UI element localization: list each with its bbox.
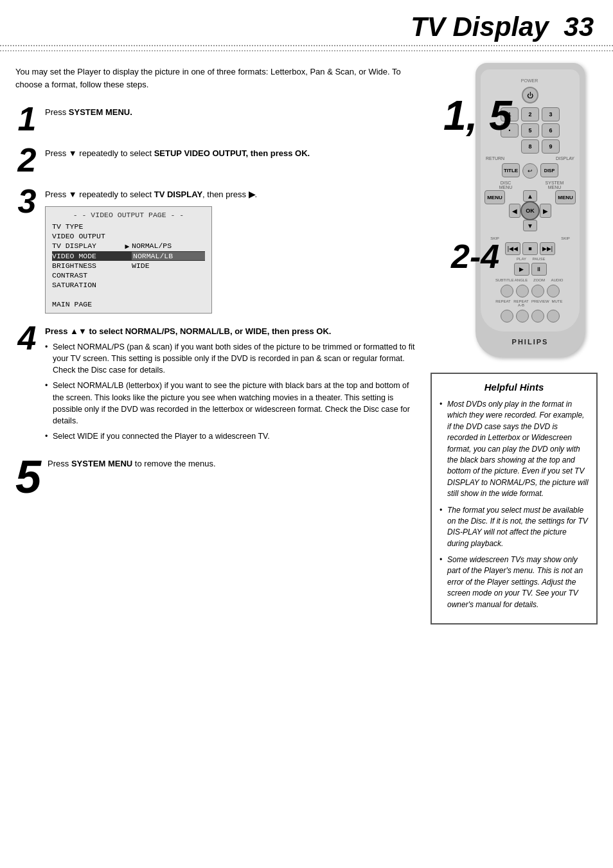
btn-preview[interactable] (531, 310, 544, 323)
step-number-1: 1 (15, 102, 39, 136)
menu-row-contrast: CONTRAST (52, 270, 205, 280)
btn-play[interactable]: ▶ (514, 263, 529, 276)
btn-blank (501, 139, 519, 154)
btn-6[interactable]: 6 (542, 123, 560, 137)
bottom-label-row: SUBTITLE ANGLE ZOOM AUDIO (484, 278, 576, 282)
hint-3: Some widescreen TVs may show only part o… (440, 554, 589, 610)
right-column: 1, 5 POWER ⏻ 1 2 (431, 60, 598, 624)
step-4-content: Press ▲▼ to select NORMAL/PS, NORMAL/LB,… (45, 321, 420, 447)
menu-header: - - VIDEO OUTPUT PAGE - - (52, 211, 205, 219)
repeat-label-row: REPEAT REPEATA-B PREVIEW MUTE (484, 299, 576, 307)
hint-1: Most DVDs only play in the format in whi… (440, 399, 589, 500)
page-header: TV Display 33 (0, 0, 613, 46)
btn-ok[interactable]: OK (520, 201, 540, 220)
btn-pause[interactable]: ⏸ (531, 263, 547, 276)
btn-left[interactable]: ◀ (509, 204, 520, 218)
btn-angle[interactable] (516, 285, 529, 297)
btn-right[interactable]: ▶ (540, 204, 551, 218)
menu-row-empty (52, 290, 205, 299)
nav-cluster: ▲ ▼ ◀ ▶ OK (509, 190, 551, 231)
remote-container: 1, 5 POWER ⏻ 1 2 (431, 60, 598, 357)
btn-return[interactable]: ↩ (522, 163, 538, 179)
btn-up[interactable]: ▲ (523, 190, 537, 202)
btn-subtitle[interactable] (501, 285, 513, 297)
btn-title[interactable]: TITLE (502, 163, 520, 177)
btn-repeat-ab[interactable] (516, 310, 529, 323)
num-row-3: 8 9 (484, 139, 576, 154)
btn-8[interactable]: 8 (521, 139, 539, 154)
power-button[interactable]: ⏻ (522, 87, 538, 103)
menu-row-tvdisplay: TV DISPLAY ▶ NORMAL/PS (52, 241, 205, 251)
left-column: You may set the Player to display the pi… (15, 60, 420, 624)
hints-title: Helpful Hints (440, 382, 589, 393)
power-row: POWER (484, 75, 576, 83)
intro-text: You may set the Player to display the pi… (15, 60, 420, 91)
step-number-4: 4 (15, 321, 39, 355)
btn-display[interactable]: DISP (540, 163, 558, 177)
big-number-24: 2-4 (451, 240, 499, 273)
btn-3[interactable]: 3 (542, 107, 560, 121)
btn-zoom[interactable] (531, 285, 544, 297)
bullet-3: Select WIDE if you connected the Player … (45, 430, 420, 442)
return-display-row: RETURN DISPLAY (486, 156, 574, 161)
btn-9[interactable]: 9 (542, 139, 560, 154)
bullet-2: Select NORMAL/LB (letterbox) if you want… (45, 380, 420, 427)
step-1-content: Press SYSTEM MENU. (45, 102, 420, 119)
step-5-content: Press SYSTEM MENU to remove the menus. (48, 454, 420, 470)
menu-row-videomode: VIDEO MODE NORMAL/LB (52, 251, 205, 261)
hint-2: The format you select must be available … (440, 505, 589, 550)
step-number-3: 3 (15, 184, 39, 218)
step-4-bullets: Select NORMAL/PS (pan & scan) if you wan… (45, 341, 420, 442)
disc-system-label-row: DISCMENU SYSTEMMENU (486, 181, 574, 190)
philips-logo: PHILIPS (481, 338, 580, 346)
step-2: 2 Press ▼ repeatedly to select SETUP VID… (15, 143, 420, 177)
title-display-row: TITLE ↩ DISP (484, 163, 576, 179)
helpful-hints-box: Helpful Hints Most DVDs only play in the… (431, 373, 598, 624)
step-4: 4 Press ▲▼ to select NORMAL/PS, NORMAL/L… (15, 321, 420, 447)
btn-stop[interactable]: ■ (522, 242, 538, 255)
hints-list: Most DVDs only play in the format in whi… (440, 399, 589, 610)
page-title: TV Display 33 (411, 12, 594, 42)
btn-mute[interactable] (547, 310, 560, 323)
menu-row-brightness: BRIGHTNESS WIDE (52, 261, 205, 270)
menu-row-mainpage: MAIN PAGE (52, 299, 205, 309)
btn-ff[interactable]: ▶▶| (540, 242, 555, 255)
btn-disc-menu[interactable]: MENU (484, 190, 505, 204)
menu-row-videoout: VIDEO OUTPUT (52, 231, 205, 241)
bullet-1: Select NORMAL/PS (pan & scan) if you wan… (45, 341, 420, 376)
step-1: 1 Press SYSTEM MENU. (15, 102, 420, 136)
step-number-5: 5 (15, 454, 41, 500)
btn-system-menu[interactable]: MENU (555, 190, 576, 204)
btn-audio[interactable] (547, 285, 560, 297)
btn-2[interactable]: 2 (521, 107, 539, 121)
bottom-btn-row-2 (484, 310, 576, 323)
main-content: You may set the Player to display the pi… (0, 60, 613, 624)
power-label: POWER (521, 78, 538, 83)
bottom-btn-row-1 (484, 285, 576, 297)
menu-row-tvtype: TV TYPE (52, 222, 205, 231)
btn-prev[interactable]: |◀◀ (505, 242, 520, 255)
btn-down[interactable]: ▼ (523, 220, 537, 231)
btn-repeat[interactable] (501, 310, 513, 323)
disc-system-btn-row: MENU ▲ ▼ ◀ ▶ OK MENU (484, 190, 576, 231)
step-5: 5 Press SYSTEM MENU to remove the menus. (15, 454, 420, 500)
step-3-content: Press ▼ repeatedly to select TV DISPLAY,… (45, 184, 420, 314)
step-number-2: 2 (15, 143, 39, 177)
big-number-15: 1, 5 (443, 95, 512, 136)
step-3: 3 Press ▼ repeatedly to select TV DISPLA… (15, 184, 420, 314)
btn-ok-wrapper: OK (520, 201, 540, 220)
divider (0, 50, 613, 51)
menu-row-saturation: SATURATION (52, 280, 205, 290)
menu-screenshot: - - VIDEO OUTPUT PAGE - - TV TYPE VIDEO … (45, 206, 212, 314)
step-2-content: Press ▼ repeatedly to select SETUP VIDEO… (45, 143, 420, 160)
btn-5[interactable]: 5 (521, 123, 539, 137)
